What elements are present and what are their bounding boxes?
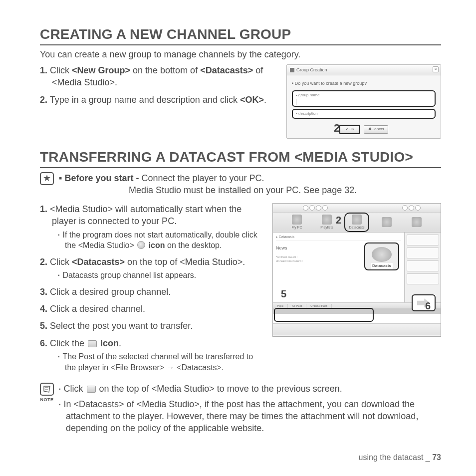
t1-num: 1.	[40, 204, 47, 214]
ms-content: ▸ Datacasts News *All Post Count :Unread…	[273, 233, 405, 302]
callout-6: 6	[425, 299, 431, 313]
tstep-3: 3. Click a desired group channel.	[40, 286, 265, 298]
t1-sub: If the program does not start automatica…	[58, 230, 265, 251]
callout-box-5	[274, 308, 374, 322]
t2-sub: Datacasts group channel list appears.	[58, 270, 265, 281]
callout-2-ms: 2	[336, 214, 341, 227]
tab-datacasts-label: Datacasts	[349, 225, 364, 230]
t4-text: Click a desired channel.	[47, 304, 145, 314]
media-studio-window: My PC Playlists Datacasts 2 ▸ Datacasts …	[272, 203, 441, 337]
toolbar-btn[interactable]	[402, 205, 408, 211]
t5-num: 5.	[40, 321, 47, 331]
description-label: description	[298, 111, 318, 116]
note1-b: on the top of <Media Studio> to move to …	[97, 384, 342, 394]
t6-a: Click the	[47, 338, 87, 348]
ms-side-item[interactable]	[407, 273, 439, 284]
steps-transfer: 1. <Media Studio> will automatically sta…	[40, 203, 265, 373]
ms-crumb-text: Datacasts	[279, 235, 294, 238]
hdr-unread: Unread Post	[306, 304, 331, 308]
t3-text: Click a desired group channel.	[47, 287, 171, 297]
ms-tabs: My PC Playlists Datacasts	[273, 213, 441, 233]
ms-counts1: *All Post Count :	[276, 255, 298, 258]
step1-newgroup: <New Group>	[72, 65, 130, 75]
before-text-b: Media Studio must be installed on your P…	[129, 185, 357, 195]
t4-num: 4.	[40, 304, 47, 314]
t2-b: <Datacasts>	[72, 257, 125, 267]
t1-sub-b: icon	[146, 241, 165, 249]
page-footer: using the datacast _ 73	[359, 452, 441, 463]
t3-num: 3.	[40, 287, 47, 297]
step2-number: 2.	[40, 95, 47, 105]
toolbar-btn[interactable]	[415, 205, 421, 211]
toolbar-btn[interactable]	[309, 205, 315, 211]
back-button-icon	[87, 386, 96, 393]
cancel-button[interactable]: ✖Cancel	[364, 125, 389, 134]
cancel-label: Cancel	[372, 127, 384, 131]
step2-text-c: .	[264, 95, 266, 105]
page-number: 73	[432, 453, 441, 462]
ms-counts2: Unread Post Count :	[276, 259, 303, 262]
toolbar-btn[interactable]	[409, 205, 414, 211]
t6-c: .	[119, 338, 121, 348]
media-studio-desktop-icon	[137, 241, 145, 249]
playlists-icon	[322, 215, 332, 225]
notes-list: Click on the top of <Media Studio> to mo…	[59, 383, 441, 437]
step-2: 2. Type in a group name and description …	[40, 94, 279, 106]
t6-sub: The Post of the selected channel will be…	[58, 351, 265, 373]
t1-text: <Media Studio> will automatically start …	[47, 204, 241, 226]
note-1: Click on the top of <Media Studio> to mo…	[59, 383, 441, 395]
dialog-question-text: Do you want to create a new group?	[295, 81, 367, 86]
toolbar-btn[interactable]	[316, 205, 321, 211]
step1-number: 1.	[40, 65, 47, 75]
tstep-1: 1. <Media Studio> will automatically sta…	[40, 203, 265, 251]
t6-b: icon	[98, 338, 119, 348]
group-creation-dialog: Group Creation × • Do you want to create…	[286, 64, 441, 139]
steps-create-group: 1. Click <New Group> on the bottom of <D…	[40, 64, 279, 106]
callout-2-dialog: 2	[334, 121, 340, 136]
t2-c: on the top of <Media Studio>.	[125, 257, 245, 267]
t5-text: Select the post you want to transfer.	[47, 321, 193, 331]
tab-mypc-label: My PC	[292, 225, 302, 230]
step-1: 1. Click <New Group> on the bottom of <D…	[40, 64, 279, 89]
tab-device[interactable]	[376, 217, 397, 228]
transfer-button-highlight[interactable]	[412, 294, 436, 311]
device-icon	[382, 217, 392, 227]
heading-transfer: TRANSFERRING A DATACAST FROM <MEDIA STUD…	[40, 148, 441, 168]
note-icon	[40, 383, 54, 396]
player-icon	[412, 217, 422, 227]
t6-num: 6.	[40, 338, 47, 348]
before-text-a: Connect the player to your PC.	[141, 173, 264, 183]
dialog-titlebar: Group Creation	[287, 65, 441, 75]
ms-side-item[interactable]	[407, 260, 439, 271]
tab-playlists[interactable]: Playlists	[316, 215, 337, 230]
heading-create-group: CREATING A NEW CHANNEL GROUP	[40, 25, 441, 45]
step1-datacasts: <Datacasts>	[200, 65, 253, 75]
hdr-type: Type	[273, 304, 288, 308]
tstep-2: 2. Click <Datacasts> on the top of <Medi…	[40, 256, 265, 281]
tab-datacasts[interactable]: Datacasts	[346, 215, 367, 230]
clock-graphic	[372, 247, 392, 262]
tab-mypc[interactable]: My PC	[286, 215, 307, 230]
ms-sidebar	[405, 233, 441, 302]
datacasts-large-label: Datacasts	[371, 263, 393, 269]
datacasts-icon	[352, 215, 362, 225]
tab-player[interactable]	[406, 217, 427, 228]
toolbar-btn[interactable]	[322, 205, 328, 211]
ms-side-item[interactable]	[407, 247, 439, 258]
group-name-input[interactable]	[296, 99, 432, 105]
ok-button[interactable]: ✔OK	[339, 125, 361, 134]
toolbar-btn[interactable]	[303, 205, 308, 211]
group-name-field[interactable]: • group name	[292, 90, 436, 107]
before-label: Before you start -	[64, 173, 141, 183]
note-2: In <Datacasts> of <Media Studio>, if the…	[59, 398, 441, 435]
transfer-arrow-icon	[88, 340, 97, 347]
description-field[interactable]: • description	[292, 109, 436, 119]
star-icon: ★	[40, 172, 54, 185]
dialog-close-button[interactable]: ×	[433, 66, 439, 72]
step2-ok: <OK>	[240, 95, 264, 105]
ms-statusbar	[273, 323, 441, 335]
dialog-title: Group Creation	[296, 67, 327, 73]
tab-playlists-label: Playlists	[320, 225, 333, 230]
ms-side-item[interactable]	[407, 235, 439, 245]
ok-label: OK	[349, 127, 355, 131]
